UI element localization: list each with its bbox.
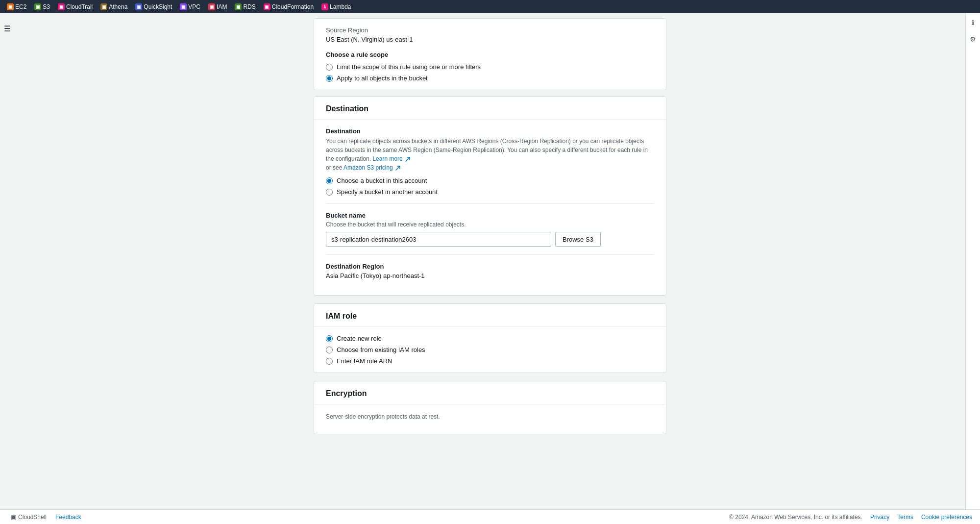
destination-card: Destination Destination You can replicat…	[314, 96, 666, 296]
iam-role-option-2[interactable]: Enter IAM role ARN	[326, 357, 654, 365]
iam-role-card-body: Create new role Choose from existing IAM…	[314, 327, 666, 373]
encryption-card-body: Server-side encryption protects data at …	[314, 404, 666, 434]
bucket-account-options: Choose a bucket in this account Specify …	[326, 177, 654, 196]
iam-role-card-title: IAM role	[326, 312, 654, 321]
bucket-account-option-0[interactable]: Choose a bucket in this account	[326, 177, 654, 184]
nav-s3[interactable]: ▣ S3	[31, 2, 53, 11]
iam-role-radio-0[interactable]	[326, 335, 333, 342]
source-region-section: Source Region US East (N. Virginia) us-e…	[314, 18, 666, 90]
learn-more-link[interactable]: Learn more	[372, 155, 410, 162]
right-sidebar: ℹ ⚙	[965, 13, 980, 476]
encryption-desc: Server-side encryption protects data at …	[326, 412, 654, 421]
rds-icon: ▣	[235, 3, 242, 10]
iam-role-options: Create new role Choose from existing IAM…	[326, 335, 654, 365]
nav-vpc[interactable]: ▣ VPC	[177, 2, 203, 11]
nav-athena[interactable]: ▣ Athena	[98, 2, 130, 11]
nav-cloudtrail[interactable]: ▣ CloudTrail	[55, 2, 96, 11]
top-navigation: ▣ EC2 ▣ S3 ▣ CloudTrail ▣ Athena ▣ Quick…	[0, 0, 980, 13]
external-link-icon	[405, 157, 410, 162]
cloudtrail-icon: ▣	[58, 3, 65, 10]
destination-field-desc: You can replicate objects across buckets…	[326, 137, 654, 172]
rule-scope-radio-0[interactable]	[326, 64, 333, 71]
iam-role-radio-2[interactable]	[326, 358, 333, 365]
nav-rds[interactable]: ▣ RDS	[232, 2, 258, 11]
bucket-name-label: Bucket name	[326, 212, 654, 219]
bucket-account-option-1[interactable]: Specify a bucket in another account	[326, 188, 654, 196]
encryption-card-title: Encryption	[326, 389, 654, 398]
bucket-account-radio-1[interactable]	[326, 189, 333, 196]
nav-cloudformation[interactable]: ▣ CloudFormation	[261, 2, 317, 11]
s3-pricing-external-link-icon	[395, 166, 400, 171]
iam-role-option-1[interactable]: Choose from existing IAM roles	[326, 346, 654, 353]
iam-role-card-header: IAM role	[314, 304, 666, 327]
nav-lambda[interactable]: λ Lambda	[318, 2, 354, 11]
destination-region-field: Destination Region Asia Pacific (Tokyo) …	[326, 263, 654, 279]
nav-ec2[interactable]: ▣ EC2	[4, 2, 29, 11]
divider-2	[326, 254, 654, 255]
iam-icon: ▣	[208, 3, 215, 10]
hamburger-menu[interactable]: ☰	[0, 18, 20, 462]
destination-card-title: Destination	[326, 104, 654, 113]
source-region-value: US East (N. Virginia) us-east-1	[326, 36, 654, 43]
destination-card-header: Destination	[314, 97, 666, 120]
bucket-name-desc: Choose the bucket that will receive repl…	[326, 221, 654, 228]
rule-scope-option-0[interactable]: Limit the scope of this rule using one o…	[326, 63, 654, 71]
athena-icon: ▣	[100, 3, 107, 10]
bucket-name-field: Bucket name Choose the bucket that will …	[326, 212, 654, 247]
quicksight-icon: ▣	[135, 3, 142, 10]
iam-role-radio-1[interactable]	[326, 347, 333, 353]
main-content: Source Region US East (N. Virginia) us-e…	[314, 18, 686, 462]
s3-pricing-link[interactable]: Amazon S3 pricing	[343, 164, 400, 171]
rule-scope-options: Limit the scope of this rule using one o…	[326, 63, 654, 82]
ec2-icon: ▣	[7, 3, 14, 10]
bucket-account-radio-0[interactable]	[326, 177, 333, 184]
settings-icon[interactable]: ⚙	[968, 34, 979, 45]
destination-field: Destination You can replicate objects ac…	[326, 127, 654, 196]
lambda-icon: λ	[321, 3, 328, 10]
s3-icon: ▣	[34, 3, 41, 10]
nav-quicksight[interactable]: ▣ QuickSight	[132, 2, 175, 11]
destination-region-label: Destination Region	[326, 263, 654, 270]
rule-scope-radio-1[interactable]	[326, 75, 333, 82]
rule-scope-title: Choose a rule scope	[326, 51, 654, 58]
nav-iam[interactable]: ▣ IAM	[205, 2, 230, 11]
encryption-card: Encryption Server-side encryption protec…	[314, 381, 666, 434]
encryption-card-header: Encryption	[314, 381, 666, 404]
vpc-icon: ▣	[180, 3, 187, 10]
iam-role-option-0[interactable]: Create new role	[326, 335, 654, 342]
iam-role-card: IAM role Create new role Choose from exi…	[314, 303, 666, 373]
browse-s3-button[interactable]: Browse S3	[555, 232, 601, 247]
cloudformation-icon: ▣	[264, 3, 270, 10]
divider-1	[326, 203, 654, 204]
destination-region-value: Asia Pacific (Tokyo) ap-northeast-1	[326, 272, 654, 279]
bucket-name-input[interactable]	[326, 232, 551, 247]
bucket-name-input-row: Browse S3	[326, 232, 654, 247]
destination-card-body: Destination You can replicate objects ac…	[314, 120, 666, 295]
destination-field-label: Destination	[326, 127, 654, 135]
rule-scope-option-1[interactable]: Apply to all objects in the bucket	[326, 75, 654, 82]
info-icon[interactable]: ℹ	[968, 17, 979, 28]
source-region-label: Source Region	[326, 26, 654, 34]
